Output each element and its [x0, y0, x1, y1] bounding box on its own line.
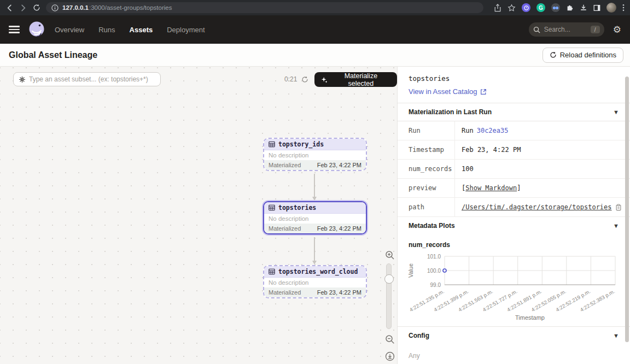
page-title: Global Asset Lineage	[9, 50, 97, 60]
address-bar[interactable]: 127.0.0.1:3000/asset-groups/topstories	[46, 2, 483, 13]
chevron-down-icon: ▼	[613, 109, 619, 115]
svg-text:100.0: 100.0	[427, 268, 441, 274]
browser-back-icon[interactable]	[5, 4, 14, 12]
num-records-chart: 99.0100.0101.04:22:51.235 p.m.4:22:51.39…	[398, 250, 630, 326]
app-navbar: Overview Runs Assets Deployment Search..…	[0, 15, 630, 44]
asset-description: No description	[264, 214, 366, 224]
sparkle-icon	[321, 77, 328, 83]
timer-value: 0:21	[284, 75, 297, 83]
selected-asset-title: topstories	[409, 74, 619, 83]
asset-graph-canvas[interactable]: 0:21 Materialize selected topstory_ids N…	[0, 67, 397, 364]
asset-filter[interactable]	[13, 72, 161, 86]
nav-item-runs[interactable]: Runs	[98, 26, 115, 34]
table-row: Run Run 30c2ea35	[398, 121, 630, 140]
asset-node-topstories[interactable]: topstories No description Materialized F…	[263, 201, 367, 234]
materialize-selected-button[interactable]: Materialize selected	[314, 72, 397, 87]
browser-forward-icon[interactable]	[19, 4, 27, 12]
zoom-out-icon[interactable]	[385, 334, 395, 344]
url-path: :3000/asset-groups/topstories	[89, 4, 172, 11]
table-row: preview [Show Markdown]	[398, 179, 630, 198]
asset-name: topstories	[278, 204, 316, 212]
asset-details-panel: topstories View in Asset Catalog Materia…	[397, 67, 630, 364]
refresh-timer: 0:21	[284, 75, 308, 83]
asset-subset-input[interactable]	[29, 75, 155, 83]
asset-timestamp: Feb 23, 4:22 PM	[317, 289, 361, 296]
asset-name: topstory_ids	[278, 140, 324, 148]
config-value: Any	[398, 344, 630, 364]
table-row: path /Users/tim/.dagster/storage/topstor…	[398, 198, 630, 217]
path-link[interactable]: /Users/tim/.dagster/storage/topstories	[462, 203, 612, 211]
global-search[interactable]: Search... /	[529, 22, 604, 37]
extension-purple-icon[interactable]	[522, 3, 530, 12]
table-icon	[269, 268, 275, 275]
page-header: Global Asset Lineage Reload definitions	[0, 44, 630, 67]
details-scrollbar[interactable]	[625, 77, 629, 342]
asset-status: Materialized	[269, 289, 301, 296]
asset-node-topstory_ids[interactable]: topstory_ids No description Materialized…	[263, 138, 367, 171]
table-icon	[269, 141, 275, 148]
table-row: Timestamp Feb 23, 4:22 PM	[398, 140, 630, 160]
chevron-down-icon: ▼	[613, 222, 619, 229]
search-icon	[533, 26, 540, 33]
url-host: 127.0.0.1	[62, 4, 89, 11]
asset-description: No description	[264, 150, 366, 160]
copy-clipboard-icon[interactable]	[615, 204, 622, 211]
section-metadata-plots[interactable]: Metadata Plots ▼	[398, 217, 630, 234]
plot-title: num_records	[398, 234, 630, 250]
site-info-icon[interactable]	[51, 4, 59, 11]
side-panel-icon[interactable]	[593, 4, 600, 11]
settings-gear-icon[interactable]: ⚙	[613, 24, 621, 36]
search-shortcut-badge: /	[591, 26, 600, 33]
op-selector-icon	[19, 76, 26, 83]
refresh-icon[interactable]	[301, 76, 308, 83]
show-markdown-link[interactable]: Show Markdown	[465, 184, 517, 192]
extension-goggles-icon[interactable]	[551, 3, 560, 12]
asset-node-topstories_word_cloud[interactable]: topstories_word_cloud No description Mat…	[263, 265, 367, 298]
last-run-metadata-table: Run Run 30c2ea35 Timestamp Feb 23, 4:22 …	[398, 121, 630, 217]
profile-avatar[interactable]	[606, 3, 616, 13]
edge-topstory_ids-topstories	[314, 174, 315, 197]
edge-topstories-word_cloud	[314, 237, 315, 261]
section-config[interactable]: Config ▼	[398, 326, 630, 344]
browser-reload-icon[interactable]	[33, 4, 40, 11]
zoom-fit-icon[interactable]	[385, 351, 395, 361]
bookmark-star-icon[interactable]	[508, 4, 516, 12]
reload-icon	[550, 51, 557, 58]
svg-text:Value: Value	[407, 263, 414, 278]
table-row: num_records 100	[398, 160, 630, 179]
extensions-puzzle-icon[interactable]	[566, 4, 574, 11]
search-placeholder: Search...	[544, 26, 587, 33]
zoom-slider-handle[interactable]	[384, 274, 394, 284]
browser-menu-kebab-icon[interactable]	[622, 4, 625, 11]
browser-chrome: 127.0.0.1:3000/asset-groups/topstories G	[0, 0, 630, 15]
svg-text:99.0: 99.0	[430, 282, 441, 288]
asset-timestamp: Feb 23, 4:22 PM	[317, 162, 361, 168]
asset-description: No description	[264, 278, 366, 287]
table-icon	[269, 204, 275, 211]
svg-text:Timestamp: Timestamp	[515, 314, 545, 321]
hamburger-menu-icon[interactable]	[9, 26, 20, 33]
nav-item-deployment[interactable]: Deployment	[167, 26, 205, 34]
zoom-in-icon[interactable]	[385, 250, 395, 260]
run-id-link[interactable]: 30c2ea35	[477, 127, 509, 134]
asset-timestamp: Feb 23, 4:22 PM	[317, 225, 361, 232]
extension-grammarly-icon[interactable]: G	[536, 3, 545, 12]
downloads-icon[interactable]	[580, 4, 587, 11]
zoom-slider-track[interactable]	[386, 263, 392, 329]
section-materialization-last-run[interactable]: Materialization in Last Run ▼	[398, 103, 630, 121]
dagster-logo[interactable]	[27, 20, 46, 39]
reload-definitions-button[interactable]: Reload definitions	[542, 48, 623, 63]
chevron-down-icon: ▼	[613, 332, 619, 339]
asset-name: topstories_word_cloud	[278, 268, 358, 275]
asset-status: Materialized	[269, 162, 301, 168]
nav-item-assets[interactable]: Assets	[130, 26, 153, 34]
share-icon[interactable]	[494, 4, 501, 12]
external-link-icon	[480, 89, 487, 95]
asset-status: Materialized	[269, 225, 301, 232]
svg-text:101.0: 101.0	[427, 254, 441, 260]
view-in-asset-catalog-link[interactable]: View in Asset Catalog	[409, 87, 487, 96]
nav-item-overview[interactable]: Overview	[55, 26, 84, 34]
